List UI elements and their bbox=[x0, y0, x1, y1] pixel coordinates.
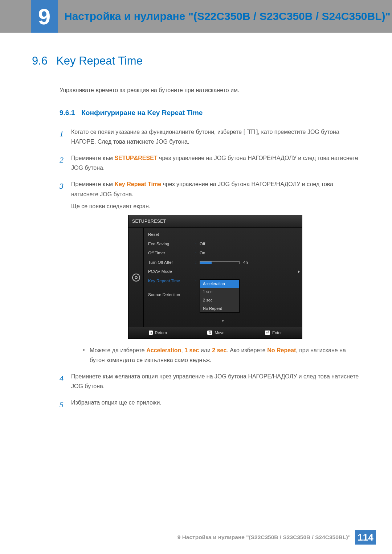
step-text: Когато се появи указание за функционални… bbox=[71, 129, 245, 135]
footer-text: 9 Настройка и нулиране "(S22C350B / S23C… bbox=[177, 534, 351, 541]
bullet-icon bbox=[83, 349, 85, 351]
subsection-heading: 9.6.1 Конфигуриране на Key Repeat Time bbox=[60, 109, 359, 117]
keyword: SETUP&RESET bbox=[114, 155, 157, 161]
gear-icon bbox=[132, 274, 140, 282]
step-5: 5 Избраната опция ще се приложи. bbox=[60, 398, 359, 411]
dropdown-options: Acceleration 1 sec 2 sec No Repeat bbox=[200, 279, 240, 313]
section-number: 9.6 bbox=[32, 54, 48, 67]
subsection-number: 9.6.1 bbox=[60, 109, 75, 117]
steps-list: 1 Когато се появи указание за функционал… bbox=[60, 127, 359, 411]
chevron-down-icon: ▼ bbox=[144, 317, 302, 325]
chapter-title: Настройка и нулиране "(S22C350B / S23C35… bbox=[64, 9, 391, 23]
step-text: Преминете към bbox=[71, 155, 114, 161]
step-3: 3 Преминете към Key Repeat Time чрез упр… bbox=[60, 179, 359, 365]
osd-icon-column bbox=[128, 228, 144, 327]
step-text: Преминете към желаната опция чрез управл… bbox=[71, 372, 359, 391]
footer-move[interactable]: ⇅Move bbox=[207, 329, 224, 336]
step-number: 3 bbox=[60, 179, 65, 193]
step-note: Ще се появи следният екран. bbox=[71, 201, 359, 211]
menu-item-eco-saving[interactable]: Eco Saving : Off bbox=[144, 239, 302, 249]
option-no-repeat[interactable]: No Repeat bbox=[200, 304, 239, 313]
menu-item-turn-off-after[interactable]: Turn Off After : 4h bbox=[144, 258, 302, 267]
chapter-number-box: 9 bbox=[31, 0, 58, 33]
chapter-header: 9 Настройка и нулиране "(S22C350B / S23C… bbox=[0, 0, 392, 33]
menu-icon bbox=[247, 130, 255, 134]
step-1: 1 Когато се появи указание за функционал… bbox=[60, 127, 359, 147]
section-description: Управлявате времето за реакция на бутони… bbox=[60, 86, 359, 95]
menu-item-reset[interactable]: Reset bbox=[144, 230, 302, 239]
return-key-icon: ◂ bbox=[149, 331, 153, 335]
osd-menu: SETUP&RESET Reset Eco Saving : bbox=[128, 215, 302, 339]
slider[interactable] bbox=[200, 261, 240, 264]
subsection-title: Конфигуриране на Key Repeat Time bbox=[81, 109, 203, 117]
option-acceleration[interactable]: Acceleration bbox=[200, 280, 239, 288]
step-number: 2 bbox=[60, 153, 65, 167]
osd-footer: ◂Return ⇅Move ⏎Enter bbox=[128, 327, 302, 338]
section-title: Key Repeat Time bbox=[56, 54, 143, 67]
enter-key-icon: ⏎ bbox=[265, 331, 270, 335]
step-2: 2 Преминете към SETUP&RESET чрез управле… bbox=[60, 153, 359, 173]
move-key-icon: ⇅ bbox=[207, 331, 212, 335]
footer-enter[interactable]: ⏎Enter bbox=[265, 329, 282, 336]
footer-return[interactable]: ◂Return bbox=[149, 329, 167, 336]
chevron-right-icon bbox=[298, 270, 300, 273]
step-text: Избраната опция ще се приложи. bbox=[71, 398, 359, 407]
step-text: Преминете към bbox=[71, 181, 114, 187]
step-4: 4 Преминете към желаната опция чрез упра… bbox=[60, 372, 359, 391]
step-number: 1 bbox=[60, 127, 65, 140]
option-2sec[interactable]: 2 sec bbox=[200, 296, 239, 304]
page-content: 9.6 Key Repeat Time Управлявате времето … bbox=[0, 33, 392, 411]
step-number: 5 bbox=[60, 398, 65, 411]
option-1sec[interactable]: 1 sec bbox=[200, 288, 239, 296]
menu-item-pc-av-mode[interactable]: PC/AV Mode bbox=[144, 267, 302, 276]
section-heading: 9.6 Key Repeat Time bbox=[32, 54, 359, 67]
page-footer: 9 Настройка и нулиране "(S22C350B / S23C… bbox=[177, 530, 376, 545]
keyword: Key Repeat Time bbox=[114, 181, 161, 187]
osd-title: SETUP&RESET bbox=[128, 215, 302, 228]
menu-item-off-timer[interactable]: Off Timer : On bbox=[144, 249, 302, 258]
chapter-number: 9 bbox=[38, 4, 50, 29]
bullet-note: Можете да изберете Acceleration, 1 sec и… bbox=[83, 345, 359, 365]
page-number: 114 bbox=[355, 530, 376, 545]
step-number: 4 bbox=[60, 372, 65, 385]
